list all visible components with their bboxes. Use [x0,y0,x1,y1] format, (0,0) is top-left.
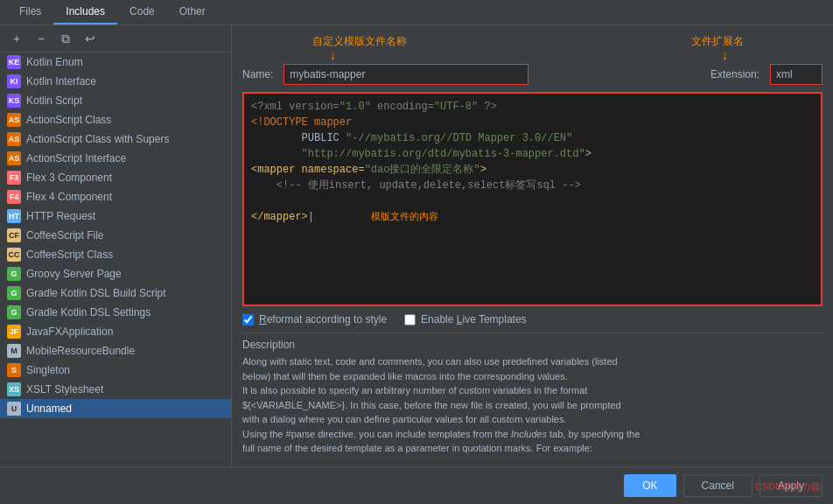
tab-other[interactable]: Other [167,0,218,24]
list-item-unnamed[interactable]: U Unnamed [0,399,231,418]
code-line: PUBLIC "-//mybatis.org//DTD Mapper 3.0//… [251,130,814,146]
flex4-icon: F4 [7,190,21,204]
reformat-checkbox-label[interactable]: Reformat according to style [242,313,387,326]
coffee-file-icon: CF [7,228,21,242]
http-icon: HT [7,209,21,223]
live-templates-checkbox[interactable] [404,314,416,326]
left-panel: + − ⧉ ↩ KE Kotlin Enum KI Kotlin Interfa… [0,25,232,466]
main-content: + − ⧉ ↩ KE Kotlin Enum KI Kotlin Interfa… [0,25,833,466]
cancel-button[interactable]: Cancel [683,474,752,497]
code-annotation: 模版文件的内容 [371,212,438,222]
list-item[interactable]: G Groovy Server Page [0,264,231,284]
code-line: <?xml version="1.0" encoding="UTF-8" ?> [251,99,814,115]
list-item[interactable]: KS Kotlin Script [0,91,231,110]
tab-bar: Files Includes Code Other [0,0,833,25]
toolbar: + − ⧉ ↩ [0,25,231,52]
right-panel: 自定义模版文件名称 ↓ 文件扩展名 ↓ Name: Extension: <?x… [232,25,833,466]
extension-label: Extension: [710,68,760,80]
description-section: Description Along with static text, code… [242,332,822,459]
list-item[interactable]: AS ActionScript Class with Supers [0,130,231,149]
code-line: "http://mybatis.org/dtd/mybatis-3-mapper… [251,146,814,162]
ext-annotation: 文件扩展名 [691,34,744,49]
list-item[interactable]: G Gradle Kotlin DSL Settings [0,303,231,322]
list-item[interactable]: JF JavaFXApplication [0,322,231,341]
list-item[interactable]: F4 Flex 4 Component [0,187,231,206]
watermark: CSDN@努力能 [755,480,821,494]
code-line: <!-- 使用insert, update,delete,select标签写sq… [251,178,814,193]
code-line: </mapper>| 模版文件的内容 [251,209,814,225]
flex3-icon: F3 [7,171,21,185]
groovy-icon: G [7,267,21,281]
kotlin-enum-icon: KE [7,55,21,69]
unnamed-icon: U [7,402,21,416]
kotlin-interface-icon: KI [7,74,21,88]
code-editor[interactable]: <?xml version="1.0" encoding="UTF-8" ?> … [242,92,822,306]
reformat-checkbox[interactable] [242,314,254,326]
extension-input[interactable] [770,64,822,85]
name-annotation: 自定义模版文件名称 [312,34,407,49]
list-item[interactable]: S Singleton [0,360,231,380]
add-button[interactable]: + [7,29,26,48]
description-text: Along with static text, code and comment… [242,354,822,459]
list-item[interactable]: F3 Flex 3 Component [0,168,231,187]
remove-button[interactable]: − [32,29,51,48]
description-title: Description [242,339,822,351]
list-item[interactable]: AS ActionScript Class [0,110,231,130]
as-class-supers-icon: AS [7,132,21,146]
list-item[interactable]: XS XSLT Stylesheet [0,380,231,399]
code-area-wrapper: <?xml version="1.0" encoding="UTF-8" ?> … [242,92,822,313]
list-item[interactable]: AS ActionScript Interface [0,149,231,168]
ok-button[interactable]: OK [624,474,676,497]
live-templates-label: Enable Live Templates [421,313,527,326]
as-class-icon: AS [7,113,21,127]
list-item[interactable]: CC CoffeeScript Class [0,245,231,264]
as-interface-icon: AS [7,151,21,165]
reformat-label: Reformat according to style [259,313,387,326]
list-item[interactable]: CF CoffeeScript File [0,226,231,245]
tab-files[interactable]: Files [7,0,53,24]
options-row: Reformat according to style Enable Live … [242,313,822,326]
template-list: KE Kotlin Enum KI Kotlin Interface KS Ko… [0,52,231,466]
bottom-bar: OK Cancel Apply [0,466,833,504]
list-item[interactable]: KI Kotlin Interface [0,72,231,91]
name-input[interactable] [284,64,528,85]
kotlin-script-icon: KS [7,94,21,108]
code-line [251,193,814,209]
ext-arrow-icon: ↓ [722,48,728,62]
tab-includes[interactable]: Includes [53,0,117,24]
name-ext-row: Name: Extension: [242,64,822,85]
coffee-class-icon: CC [7,248,21,262]
list-item[interactable]: M MobileResourceBundle [0,341,231,360]
undo-button[interactable]: ↩ [80,29,100,48]
mobile-icon: M [7,344,21,358]
xslt-icon: XS [7,382,21,396]
name-arrow-icon: ↓ [330,48,336,62]
list-item[interactable]: KE Kotlin Enum [0,52,231,72]
code-line: <!DOCTYPE mapper [251,115,814,130]
list-item[interactable]: G Gradle Kotlin DSL Build Script [0,284,231,303]
code-line: <mapper namespace="dao接口的全限定名称"> [251,162,814,178]
name-label: Name: [242,68,273,80]
gradle-settings-icon: G [7,305,21,319]
live-templates-checkbox-label[interactable]: Enable Live Templates [404,313,527,326]
annotation-area: 自定义模版文件名称 ↓ 文件扩展名 ↓ [242,32,822,64]
singleton-icon: S [7,363,21,377]
gradle-build-icon: G [7,286,21,300]
copy-button[interactable]: ⧉ [56,29,75,48]
list-item[interactable]: HT HTTP Request [0,206,231,226]
dialog: Files Includes Code Other + − ⧉ ↩ KE Kot… [0,0,833,504]
tab-code[interactable]: Code [117,0,167,24]
javafx-icon: JF [7,325,21,339]
